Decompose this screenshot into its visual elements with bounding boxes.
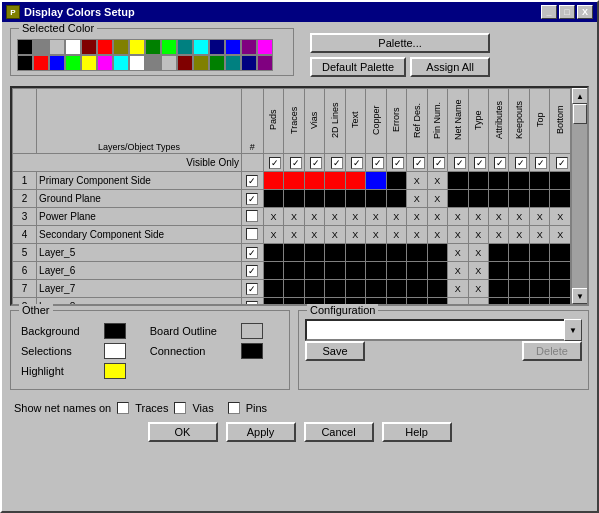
vo-refdes[interactable] bbox=[407, 154, 427, 172]
layer-color-cell[interactable] bbox=[345, 280, 365, 298]
layer-visible-checkbox[interactable] bbox=[241, 244, 263, 262]
color-swatch-10[interactable] bbox=[177, 39, 193, 55]
layer-visible-checkbox[interactable] bbox=[241, 172, 263, 190]
layer-color-cell[interactable]: X bbox=[468, 208, 488, 226]
traces-checkbox[interactable] bbox=[117, 402, 129, 414]
pins-checkbox[interactable] bbox=[228, 402, 240, 414]
layer-color-cell[interactable] bbox=[550, 172, 571, 190]
layer-color-cell[interactable] bbox=[407, 262, 427, 280]
layer-color-cell[interactable]: X bbox=[345, 226, 365, 244]
layer-color-cell[interactable]: X bbox=[509, 226, 529, 244]
layer-color-cell[interactable] bbox=[366, 244, 386, 262]
color-swatch-11[interactable] bbox=[193, 39, 209, 55]
apply-button[interactable]: Apply bbox=[226, 422, 296, 442]
layer-color-cell[interactable] bbox=[325, 172, 345, 190]
layer-color-cell[interactable] bbox=[366, 262, 386, 280]
color-swatch-7[interactable] bbox=[129, 39, 145, 55]
layer-color-cell[interactable]: X bbox=[488, 208, 508, 226]
color-swatch-12[interactable] bbox=[209, 39, 225, 55]
layer-color-cell[interactable]: X bbox=[407, 226, 427, 244]
scroll-down-button[interactable]: ▼ bbox=[572, 288, 588, 304]
layer-color-cell[interactable] bbox=[386, 244, 406, 262]
layer-color-cell[interactable] bbox=[345, 172, 365, 190]
color-swatch-6[interactable] bbox=[113, 39, 129, 55]
color-swatch-29[interactable] bbox=[225, 55, 241, 71]
vo-copper[interactable] bbox=[366, 154, 386, 172]
scroll-up-button[interactable]: ▲ bbox=[572, 88, 588, 104]
vo-keepouts[interactable] bbox=[509, 154, 529, 172]
layer-color-cell[interactable] bbox=[529, 190, 549, 208]
layer-color-cell[interactable] bbox=[263, 172, 283, 190]
layer-color-cell[interactable] bbox=[284, 298, 304, 305]
layer-color-cell[interactable] bbox=[386, 280, 406, 298]
layer-color-cell[interactable] bbox=[366, 190, 386, 208]
vo-vias[interactable] bbox=[304, 154, 324, 172]
color-swatch-24[interactable] bbox=[145, 55, 161, 71]
layer-color-cell[interactable]: X bbox=[448, 298, 468, 305]
layer-color-cell[interactable]: X bbox=[407, 190, 427, 208]
palette-button[interactable]: Palette... bbox=[310, 33, 490, 53]
layer-color-cell[interactable] bbox=[325, 190, 345, 208]
layer-color-cell[interactable]: X bbox=[427, 226, 447, 244]
color-swatch-26[interactable] bbox=[177, 55, 193, 71]
close-button[interactable]: X bbox=[577, 5, 593, 19]
layer-color-cell[interactable] bbox=[427, 280, 447, 298]
layer-color-cell[interactable]: X bbox=[468, 262, 488, 280]
scroll-track[interactable] bbox=[572, 104, 587, 288]
layer-color-cell[interactable]: X bbox=[448, 226, 468, 244]
layer-color-cell[interactable] bbox=[304, 172, 324, 190]
layer-color-cell[interactable] bbox=[386, 172, 406, 190]
layer-color-cell[interactable] bbox=[407, 280, 427, 298]
layer-color-cell[interactable] bbox=[488, 262, 508, 280]
vo-bottom[interactable] bbox=[550, 154, 571, 172]
layer-color-cell[interactable]: X bbox=[468, 226, 488, 244]
layer-color-cell[interactable]: X bbox=[468, 244, 488, 262]
layer-color-cell[interactable] bbox=[448, 190, 468, 208]
layer-color-cell[interactable] bbox=[345, 190, 365, 208]
cancel-button[interactable]: Cancel bbox=[304, 422, 374, 442]
color-swatch-4[interactable] bbox=[81, 39, 97, 55]
layer-color-cell[interactable]: X bbox=[529, 208, 549, 226]
color-swatch-14[interactable] bbox=[241, 39, 257, 55]
layer-color-cell[interactable] bbox=[427, 262, 447, 280]
layer-color-cell[interactable] bbox=[509, 262, 529, 280]
layer-color-cell[interactable] bbox=[550, 280, 571, 298]
color-swatch-25[interactable] bbox=[161, 55, 177, 71]
layer-color-cell[interactable] bbox=[509, 298, 529, 305]
layer-color-cell[interactable] bbox=[529, 172, 549, 190]
color-swatch-8[interactable] bbox=[145, 39, 161, 55]
layer-color-cell[interactable] bbox=[550, 190, 571, 208]
color-swatch-23[interactable] bbox=[129, 55, 145, 71]
color-swatch-5[interactable] bbox=[97, 39, 113, 55]
layer-color-cell[interactable]: X bbox=[366, 208, 386, 226]
layer-color-cell[interactable] bbox=[407, 244, 427, 262]
assign-all-button[interactable]: Assign All bbox=[410, 57, 490, 77]
layer-color-cell[interactable] bbox=[509, 190, 529, 208]
layer-color-cell[interactable]: X bbox=[529, 226, 549, 244]
layer-color-cell[interactable]: X bbox=[263, 226, 283, 244]
layer-color-cell[interactable] bbox=[263, 190, 283, 208]
layer-color-cell[interactable] bbox=[366, 280, 386, 298]
layer-color-cell[interactable]: X bbox=[407, 208, 427, 226]
layer-color-cell[interactable] bbox=[386, 298, 406, 305]
vo-top[interactable] bbox=[529, 154, 549, 172]
layer-color-cell[interactable] bbox=[529, 262, 549, 280]
layer-color-cell[interactable] bbox=[304, 244, 324, 262]
vo-pads[interactable] bbox=[263, 154, 283, 172]
layer-color-cell[interactable] bbox=[284, 190, 304, 208]
layer-color-cell[interactable]: X bbox=[468, 280, 488, 298]
layer-color-cell[interactable]: X bbox=[304, 226, 324, 244]
vo-text[interactable] bbox=[345, 154, 365, 172]
layer-color-cell[interactable] bbox=[448, 172, 468, 190]
layer-color-cell[interactable] bbox=[529, 244, 549, 262]
layer-color-cell[interactable]: X bbox=[284, 208, 304, 226]
color-swatch-28[interactable] bbox=[209, 55, 225, 71]
color-swatch-13[interactable] bbox=[225, 39, 241, 55]
vo-errors[interactable] bbox=[386, 154, 406, 172]
layer-color-cell[interactable]: X bbox=[407, 172, 427, 190]
highlight-color-box[interactable] bbox=[104, 363, 126, 379]
layer-visible-checkbox[interactable] bbox=[241, 280, 263, 298]
layer-color-cell[interactable]: X bbox=[509, 208, 529, 226]
vo-type[interactable] bbox=[468, 154, 488, 172]
layer-color-cell[interactable] bbox=[284, 244, 304, 262]
